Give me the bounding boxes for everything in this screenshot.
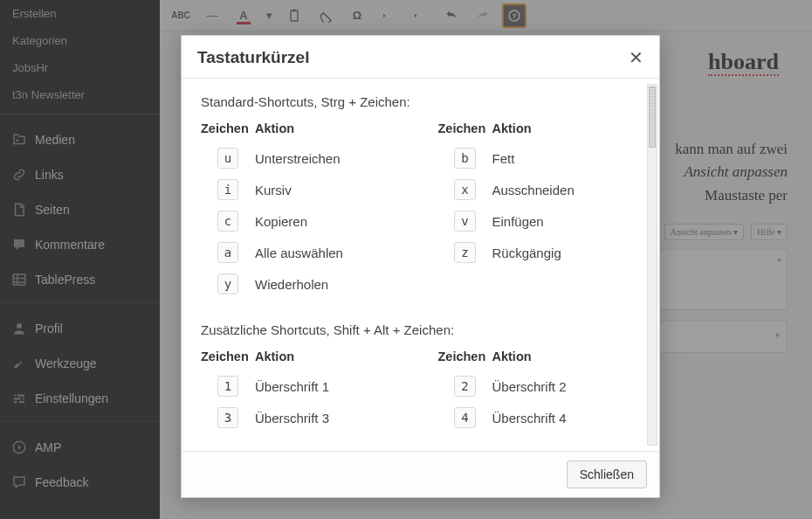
col-header-key: Zeichen	[201, 121, 255, 135]
shortcut-row: uUnterstreichen	[201, 142, 403, 174]
shortcut-key: z	[454, 242, 475, 263]
shortcut-action: Einfügen	[492, 214, 641, 229]
shortcut-action: Unterstreichen	[255, 151, 403, 166]
modal-scrollbar[interactable]	[647, 84, 657, 446]
keyboard-shortcuts-modal: Tastaturkürzel ✕ Standard-Shortcuts, Str…	[181, 35, 660, 498]
shortcut-action: Alle auswählen	[255, 246, 403, 260]
col-header-key: Zeichen	[438, 349, 492, 363]
shortcut-action: Wiederholen	[255, 277, 403, 292]
shortcut-action: Rückgängig	[492, 246, 641, 260]
shortcut-row: aAlle auswählen	[201, 237, 403, 268]
modal-header: Tastaturkürzel ✕	[182, 36, 659, 79]
shortcut-key: a	[217, 242, 238, 263]
shortcut-action: Kopieren	[255, 214, 403, 229]
shortcut-key: i	[217, 179, 238, 200]
shortcut-action: Überschrift 4	[492, 411, 641, 426]
shortcut-row: 1Überschrift 1	[201, 370, 403, 402]
scrollbar-thumb[interactable]	[649, 86, 656, 148]
col-header-action: Aktion	[255, 349, 294, 363]
shortcut-row: vEinfügen	[438, 205, 641, 237]
modal-body[interactable]: Standard-Shortcuts, Strg + Zeichen: Zeic…	[182, 79, 645, 451]
shortcut-row: zRückgängig	[438, 237, 641, 268]
shortcut-action: Überschrift 3	[255, 411, 403, 426]
section-extra-heading: Zusätzliche Shortcuts, Shift + Alt + Zei…	[201, 322, 640, 337]
extra-shortcuts-grid: ZeichenAktion 1Überschrift 13Überschrift…	[201, 349, 640, 433]
col-header-key: Zeichen	[438, 121, 492, 135]
section-standard-heading: Standard-Shortcuts, Strg + Zeichen:	[201, 94, 640, 109]
shortcut-key: x	[454, 179, 475, 200]
standard-shortcuts-grid: ZeichenAktion uUnterstreicheniKursivcKop…	[201, 121, 640, 300]
shortcut-row: 3Überschrift 3	[201, 402, 403, 433]
shortcut-key: v	[454, 211, 475, 232]
col-header-key: Zeichen	[201, 349, 255, 363]
col-header-action: Aktion	[492, 349, 532, 363]
shortcut-row: bFett	[438, 142, 641, 174]
shortcut-key: b	[454, 148, 475, 169]
shortcut-row: cKopieren	[201, 205, 403, 237]
shortcut-key: 4	[454, 407, 475, 428]
shortcut-action: Kursiv	[255, 183, 403, 197]
shortcut-row: iKursiv	[201, 174, 403, 205]
shortcut-key: 1	[217, 376, 238, 397]
modal-close-button[interactable]: Schließen	[567, 460, 647, 488]
shortcut-action: Fett	[492, 151, 641, 166]
shortcut-row: 4Überschrift 4	[438, 402, 641, 433]
shortcut-row: yWiederholen	[201, 268, 403, 300]
shortcut-action: Überschrift 2	[492, 379, 641, 394]
modal-close-icon[interactable]: ✕	[629, 49, 643, 66]
shortcut-row: 2Überschrift 2	[438, 370, 641, 402]
shortcut-key: 2	[454, 376, 475, 397]
shortcut-key: y	[217, 273, 238, 294]
modal-title: Tastaturkürzel	[197, 48, 309, 67]
col-header-action: Aktion	[492, 121, 532, 135]
shortcut-key: 3	[217, 407, 238, 428]
col-header-action: Aktion	[255, 121, 294, 135]
shortcut-action: Überschrift 1	[255, 379, 403, 394]
shortcut-key: u	[217, 148, 238, 169]
modal-footer: Schließen	[182, 451, 659, 497]
shortcut-row: xAusschneiden	[438, 174, 641, 205]
shortcut-key: c	[217, 211, 238, 232]
shortcut-action: Ausschneiden	[492, 183, 641, 197]
